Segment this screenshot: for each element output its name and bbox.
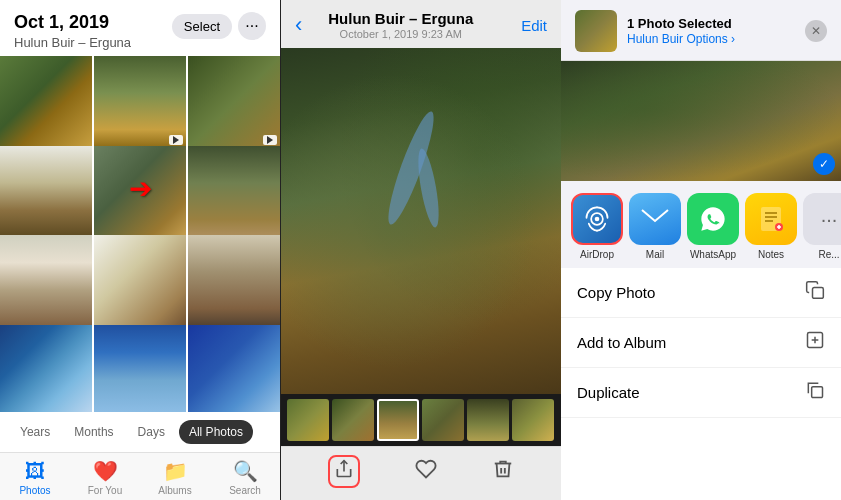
edit-button[interactable]: Edit xyxy=(521,17,547,34)
panel1-header: Oct 1, 2019 Hulun Buir – Erguna Select ·… xyxy=(0,0,280,56)
duplicate-icon xyxy=(805,380,825,405)
duplicate-label: Duplicate xyxy=(577,384,805,401)
thumbnail-strip xyxy=(281,394,561,446)
share-button-wrapper xyxy=(328,455,360,488)
share-close-button[interactable]: ✕ xyxy=(805,20,827,42)
delete-button[interactable] xyxy=(492,458,514,486)
panel-photo-detail: ‹ Hulun Buir – Erguna October 1, 2019 9:… xyxy=(280,0,561,500)
panel2-title-block: Hulun Buir – Erguna October 1, 2019 9:23… xyxy=(280,10,521,40)
photo-cell[interactable] xyxy=(94,235,186,327)
thumbnail[interactable] xyxy=(467,399,509,441)
share-info-block: 1 Photo Selected Hulun Buir Options › xyxy=(627,16,805,46)
share-sheet-header: 1 Photo Selected Hulun Buir Options › ✕ xyxy=(561,0,841,61)
bottom-navigation: 🖼 Photos ❤️ For You 📁 Albums 🔍 Search xyxy=(0,452,280,500)
share-button[interactable] xyxy=(328,455,360,488)
photo-overlay xyxy=(281,48,561,394)
share-app-whatsapp[interactable]: WhatsApp xyxy=(687,193,739,260)
share-options-label[interactable]: Options › xyxy=(686,32,735,46)
for-you-nav-icon: ❤️ xyxy=(93,459,118,483)
photo-cell[interactable] xyxy=(94,56,186,148)
svg-point-2 xyxy=(595,217,600,222)
favorite-button[interactable] xyxy=(415,458,437,486)
more-label: Re... xyxy=(818,249,839,260)
share-photo-preview: ✓ xyxy=(561,61,841,181)
share-app-more[interactable]: ··· Re... xyxy=(803,193,841,260)
photo-grid: ➔ xyxy=(0,56,280,412)
date-location-block: Oct 1, 2019 Hulun Buir – Erguna xyxy=(14,12,131,50)
panel2-subtitle: October 1, 2019 9:23 AM xyxy=(280,28,521,40)
photo-main-view[interactable] xyxy=(281,48,561,394)
thumbnail[interactable] xyxy=(422,399,464,441)
red-arrow-indicator: ➔ xyxy=(129,172,152,205)
airdrop-app-icon xyxy=(571,193,623,245)
more-button[interactable]: ··· xyxy=(238,12,266,40)
video-badge xyxy=(263,135,277,145)
copy-photo-icon xyxy=(805,280,825,305)
albums-nav-label: Albums xyxy=(158,485,191,496)
copy-photo-label: Copy Photo xyxy=(577,284,805,301)
thumbnail[interactable] xyxy=(287,399,329,441)
more-app-icon: ··· xyxy=(803,193,841,245)
video-badge xyxy=(169,135,183,145)
photo-cell-selected[interactable]: ➔ xyxy=(94,146,186,238)
photo-cell[interactable] xyxy=(0,56,92,148)
photo-cell[interactable] xyxy=(94,325,186,413)
panel-share-sheet: 1 Photo Selected Hulun Buir Options › ✕ … xyxy=(561,0,841,500)
copy-photo-item[interactable]: Copy Photo xyxy=(561,268,841,318)
share-menu: Copy Photo Add to Album Duplicate xyxy=(561,268,841,500)
thumbnail[interactable] xyxy=(332,399,374,441)
notes-label: Notes xyxy=(758,249,784,260)
filter-tab-years[interactable]: Years xyxy=(10,420,60,444)
svg-rect-15 xyxy=(812,387,823,398)
share-app-mail[interactable]: Mail xyxy=(629,193,681,260)
panel2-header: ‹ Hulun Buir – Erguna October 1, 2019 9:… xyxy=(281,0,561,48)
add-to-album-label: Add to Album xyxy=(577,334,805,351)
mail-app-icon xyxy=(629,193,681,245)
selected-checkmark: ✓ xyxy=(813,153,835,175)
albums-nav-icon: 📁 xyxy=(163,459,188,483)
date-label: Oct 1, 2019 xyxy=(14,12,131,33)
whatsapp-app-icon xyxy=(687,193,739,245)
share-location: Hulun Buir xyxy=(627,32,683,46)
photo-cell[interactable] xyxy=(188,56,280,148)
photo-cell[interactable] xyxy=(188,146,280,238)
share-photo-overlay xyxy=(561,61,841,181)
share-app-notes[interactable]: Notes xyxy=(745,193,797,260)
duplicate-item[interactable]: Duplicate xyxy=(561,368,841,418)
select-button[interactable]: Select xyxy=(172,14,232,39)
nav-item-albums[interactable]: 📁 Albums xyxy=(150,459,200,496)
search-nav-label: Search xyxy=(229,485,261,496)
header-buttons: Select ··· xyxy=(172,12,266,40)
photo-cell[interactable] xyxy=(188,325,280,413)
photos-nav-label: Photos xyxy=(19,485,50,496)
notes-app-icon xyxy=(745,193,797,245)
svg-rect-11 xyxy=(813,288,824,299)
share-app-airdrop[interactable]: AirDrop xyxy=(571,193,623,260)
for-you-nav-label: For You xyxy=(88,485,122,496)
filter-tabs-bar: Years Months Days All Photos xyxy=(0,412,280,452)
panel2-action-bar xyxy=(281,446,561,500)
panel2-title: Hulun Buir – Erguna xyxy=(280,10,521,27)
filter-tab-days[interactable]: Days xyxy=(128,420,175,444)
thumbnail-selected[interactable] xyxy=(377,399,419,441)
filter-tab-all-photos[interactable]: All Photos xyxy=(179,420,253,444)
share-apps-row: AirDrop Mail WhatsApp xyxy=(561,181,841,268)
airdrop-label: AirDrop xyxy=(580,249,614,260)
photo-cell[interactable] xyxy=(0,235,92,327)
photos-nav-icon: 🖼 xyxy=(25,460,45,483)
add-to-album-icon xyxy=(805,330,825,355)
search-nav-icon: 🔍 xyxy=(233,459,258,483)
photo-cell[interactable] xyxy=(0,325,92,413)
photo-cell[interactable] xyxy=(188,235,280,327)
location-label: Hulun Buir – Erguna xyxy=(14,35,131,50)
filter-tab-months[interactable]: Months xyxy=(64,420,123,444)
add-to-album-item[interactable]: Add to Album xyxy=(561,318,841,368)
panel-photos-grid: Oct 1, 2019 Hulun Buir – Erguna Select ·… xyxy=(0,0,280,500)
mail-label: Mail xyxy=(646,249,664,260)
photo-cell[interactable] xyxy=(0,146,92,238)
nav-item-for-you[interactable]: ❤️ For You xyxy=(80,459,130,496)
share-subtitle: Hulun Buir Options › xyxy=(627,32,805,46)
nav-item-search[interactable]: 🔍 Search xyxy=(220,459,270,496)
thumbnail[interactable] xyxy=(512,399,554,441)
nav-item-photos[interactable]: 🖼 Photos xyxy=(10,460,60,496)
